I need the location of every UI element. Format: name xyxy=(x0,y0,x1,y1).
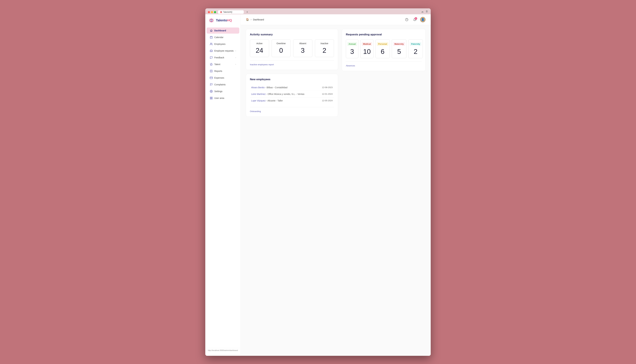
employee-date-0: 12-08-2023 xyxy=(322,86,333,88)
employee-name-0[interactable]: Alvaro Benito xyxy=(251,86,265,89)
address-bar[interactable]: 🎯 TalentoHQ xyxy=(218,10,244,14)
card-icon xyxy=(210,76,213,79)
activity-summary-card: Activity summary Active 24 Overtime 0 xyxy=(246,29,338,70)
breadcrumb-separator: > xyxy=(250,18,252,21)
req-personal-label: Personal xyxy=(377,42,388,46)
req-paternity-label: Paternity xyxy=(410,42,421,46)
stat-active-value: 24 xyxy=(253,47,266,54)
star-icon xyxy=(210,63,213,66)
svg-rect-15 xyxy=(211,98,213,99)
home-breadcrumb-icon[interactable]: 🏠 xyxy=(246,18,249,21)
table-row: Leire Martínez - Office Música y sonido,… xyxy=(250,91,334,98)
sidebar-item-talent[interactable]: Talent › xyxy=(206,61,239,67)
request-stat-annual: Annual 3 xyxy=(346,40,358,58)
inactive-employees-report-link[interactable]: Inactive employees report xyxy=(250,63,274,66)
right-column: Requests pending approval Annual 3 Medic… xyxy=(342,29,426,117)
req-medical-label: Medical xyxy=(362,42,372,46)
employee-name-2[interactable]: Lupe Vázquez xyxy=(251,99,266,102)
onboarding-link[interactable]: Onboarding xyxy=(250,110,261,112)
top-bar: 🏠 > Dashboard 0 xyxy=(241,14,431,25)
traffic-lights xyxy=(208,11,216,13)
request-stat-paternity: Paternity 2 xyxy=(408,40,423,58)
status-url: http://localhost:3000/admin/dashboard xyxy=(208,349,238,351)
flag-icon xyxy=(210,83,213,86)
sidebar-item-settings[interactable]: Settings xyxy=(206,88,239,94)
dashboard-body: Activity summary Active 24 Overtime 0 xyxy=(241,25,431,120)
user-avatar-button[interactable]: 👤 xyxy=(420,17,426,22)
req-annual-label: Annual xyxy=(347,42,357,46)
chart-icon xyxy=(210,70,213,72)
breadcrumb: 🏠 > Dashboard xyxy=(246,18,264,21)
svg-rect-14 xyxy=(210,98,211,99)
sidebar-nav: Dashboard Calendar Employees xyxy=(205,27,241,348)
sidebar-item-expenses[interactable]: Expenses xyxy=(206,75,239,81)
sidebar-item-employee-requests[interactable]: Employee requests › xyxy=(206,48,239,54)
req-personal-value: 6 xyxy=(377,48,388,56)
sidebar-label-complaints: Complaints xyxy=(214,83,226,86)
browser-actions: ☁ 🗑 xyxy=(421,10,428,14)
new-employees-card-footer: Onboarding xyxy=(250,107,334,113)
minimize-button[interactable] xyxy=(211,11,213,13)
new-employees-title: New employees xyxy=(250,78,334,81)
stat-overtime-label: Overtime xyxy=(274,42,288,45)
logo-icon xyxy=(208,18,214,23)
activity-stats-grid: Active 24 Overtime 0 Absent 3 xyxy=(250,40,334,57)
req-maternity-label: Maternity xyxy=(393,42,405,46)
close-button[interactable] xyxy=(208,11,210,13)
stat-inactive-value: 2 xyxy=(318,47,331,54)
sidebar-item-calendar[interactable]: Calendar xyxy=(206,34,239,40)
req-maternity-value: 5 xyxy=(393,48,405,56)
table-row: Alvaro Benito - Bilbao - Contabilidad 12… xyxy=(250,84,334,91)
stat-inactive-label: Inactive xyxy=(318,42,331,45)
sidebar-label-employees: Employees xyxy=(214,43,226,45)
employee-info-1: Leire Martínez - Office Música y sonido,… xyxy=(251,93,304,95)
employee-details-2: - Alicante - Taller xyxy=(266,99,283,102)
gear-icon xyxy=(210,90,213,93)
svg-point-5 xyxy=(210,43,211,44)
users-icon xyxy=(210,42,213,46)
svg-rect-1 xyxy=(210,36,213,38)
tab-title: TalentoHQ xyxy=(223,11,232,13)
req-paternity-value: 2 xyxy=(410,48,421,56)
sidebar-item-reports[interactable]: Reports xyxy=(206,68,239,74)
sidebar-item-feedback[interactable]: Feedback › xyxy=(206,54,239,60)
activity-summary-title: Activity summary xyxy=(250,33,334,36)
employee-list: Alvaro Benito - Bilbao - Contabilidad 12… xyxy=(250,84,334,104)
chevron-right-icon-2: › xyxy=(235,56,236,59)
trash-icon: 🗑 xyxy=(426,10,428,13)
employee-info: Alvaro Benito - Bilbao - Contabilidad xyxy=(251,86,287,89)
stat-absent-value: 3 xyxy=(296,47,310,54)
notifications-button[interactable]: 0 xyxy=(412,17,417,22)
svg-point-11 xyxy=(211,91,212,92)
upload-icon: ☁ xyxy=(421,10,423,13)
sidebar-label-employee-requests: Employee requests xyxy=(214,50,234,52)
new-employees-card: New employees Alvaro Benito - Bilbao - C… xyxy=(246,74,338,117)
new-tab-button[interactable]: + xyxy=(246,10,249,14)
svg-rect-12 xyxy=(210,97,211,98)
sidebar-item-user-area[interactable]: User area xyxy=(206,95,239,101)
browser-chrome: 🎯 TalentoHQ + ☁ 🗑 xyxy=(205,8,431,14)
sidebar-label-talent: Talent xyxy=(214,63,220,66)
svg-rect-13 xyxy=(211,97,213,98)
status-bar: http://localhost:3000/admin/dashboard xyxy=(205,348,241,352)
sidebar-label-expenses: Expenses xyxy=(214,76,224,79)
request-stat-maternity: Maternity 5 xyxy=(392,40,406,58)
comment-icon xyxy=(210,56,213,59)
employee-name-1[interactable]: Leire Martínez xyxy=(251,93,266,95)
absences-link[interactable]: Absences xyxy=(346,64,355,67)
sidebar-item-employees[interactable]: Employees xyxy=(206,41,239,47)
calendar-icon xyxy=(210,36,213,39)
request-stat-medical: Medical 10 xyxy=(360,40,373,58)
requests-pending-title: Requests pending approval xyxy=(346,33,421,36)
inbox-icon xyxy=(210,49,213,52)
req-medical-value: 10 xyxy=(362,48,372,56)
help-button[interactable] xyxy=(404,17,409,22)
logo-text: TalentoHQ xyxy=(216,18,232,22)
svg-rect-8 xyxy=(210,77,213,79)
tab-favicon: 🎯 xyxy=(220,11,222,13)
sidebar-item-dashboard[interactable]: Dashboard xyxy=(206,28,239,34)
maximize-button[interactable] xyxy=(214,11,216,13)
grid-icon xyxy=(210,97,213,100)
sidebar-label-settings: Settings xyxy=(214,90,223,92)
sidebar-item-complaints[interactable]: Complaints xyxy=(206,82,239,88)
